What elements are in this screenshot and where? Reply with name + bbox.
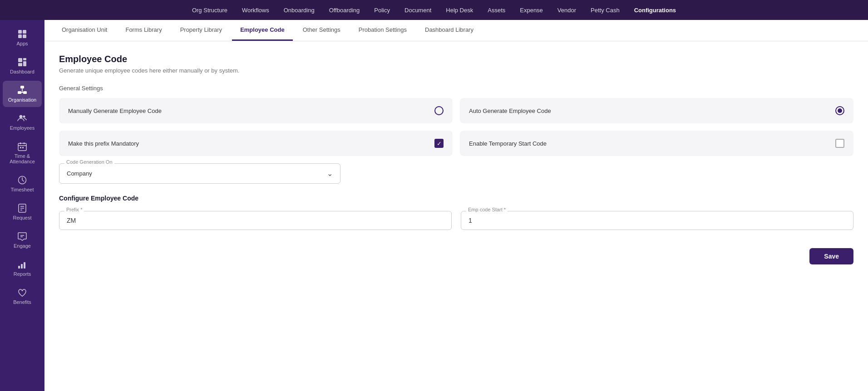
sidebar-item-request[interactable]: Request [3,199,42,225]
make-prefix-checkbox[interactable] [434,139,444,148]
code-generation-select[interactable]: Company ⌄ [59,163,340,184]
make-prefix-card[interactable]: Make this prefix Mandatory [59,131,453,156]
time-attendance-icon [17,142,27,152]
top-nav-org-structure[interactable]: Org Structure [192,5,227,15]
sidebar-dashboard-label: Dashboard [10,69,35,74]
configure-section-label: Configure Employee Code [59,195,853,202]
top-nav-policy[interactable]: Policy [374,5,390,15]
prefix-label: Prefix * [64,207,84,212]
top-nav-vendor[interactable]: Vendor [557,5,576,15]
page-subtitle: Generate unique employee codes here eith… [59,67,853,74]
manually-generate-card[interactable]: Manually Generate Employee Code [59,98,453,123]
svg-rect-32 [24,262,25,269]
svg-rect-6 [23,61,26,66]
manually-generate-label: Manually Generate Employee Code [68,108,162,114]
content-area: Organisation Unit Forms Library Property… [44,20,868,391]
sidebar-apps-label: Apps [16,41,28,46]
sidebar-item-apps[interactable]: Apps [3,24,42,51]
svg-point-13 [20,115,23,118]
prefix-input[interactable] [59,211,452,230]
auto-generate-radio[interactable] [835,106,844,115]
top-nav-configurations[interactable]: Configurations [634,5,676,15]
dashboard-icon [17,57,27,67]
top-nav-onboarding[interactable]: Onboarding [284,5,315,15]
svg-rect-7 [18,63,22,66]
svg-rect-15 [18,143,26,151]
general-settings-label: General Settings [59,85,853,92]
top-nav-petty-cash[interactable]: Petty Cash [591,5,620,15]
make-prefix-label: Make this prefix Mandatory [68,140,139,147]
sidebar-request-label: Request [13,215,32,220]
sidebar-engage-label: Engage [14,243,31,249]
sidebar-employees-label: Employees [10,125,35,131]
option-row-generate: Manually Generate Employee Code Auto Gen… [59,98,853,123]
enable-temp-label: Enable Temporary Start Code [469,140,547,147]
option-row-settings: Make this prefix Mandatory Enable Tempor… [59,131,853,156]
top-nav-helpdesk[interactable]: Help Desk [446,5,473,15]
tab-employee-code[interactable]: Employee Code [232,20,293,41]
page-title: Employee Code [59,54,853,64]
sidebar-item-benefits[interactable]: Benefits [3,283,42,309]
svg-rect-4 [18,58,22,62]
sidebar-item-reports[interactable]: Reports [3,255,42,281]
sidebar-item-time-attendance[interactable]: Time & Attendance [3,137,42,169]
top-nav-expense[interactable]: Expense [520,5,543,15]
sidebar-item-organisation[interactable]: Organisation [3,81,42,107]
tab-organisation-unit[interactable]: Organisation Unit [54,20,115,41]
svg-rect-0 [18,30,22,34]
sidebar-time-label: Time & Attendance [5,153,39,164]
organisation-icon [17,85,27,95]
svg-point-14 [23,116,25,118]
page-content: Employee Code Generate unique employee c… [44,41,868,391]
top-nav-document[interactable]: Document [404,5,431,15]
save-btn-row: Save [59,248,853,264]
tab-other-settings[interactable]: Other Settings [295,20,349,41]
apps-icon [17,29,27,39]
code-generation-value: Company [67,170,92,177]
svg-rect-8 [20,86,24,88]
svg-line-23 [22,180,24,181]
sidebar-item-employees[interactable]: Employees [3,109,42,135]
tab-property-library[interactable]: Property Library [172,20,230,41]
sidebar-item-dashboard[interactable]: Dashboard [3,53,42,79]
sidebar: Apps Dashboard [0,20,44,391]
engage-icon [17,231,27,241]
svg-rect-31 [21,264,23,269]
chevron-down-icon: ⌄ [327,169,333,178]
svg-rect-20 [22,147,24,148]
prefix-field-wrapper: Prefix * [59,211,452,230]
auto-generate-label: Auto Generate Employee Code [469,108,551,114]
enable-temp-checkbox[interactable] [835,139,844,148]
employees-icon [17,113,27,123]
fields-row: Prefix * Emp code Start * [59,211,853,230]
sidebar-item-timesheet[interactable]: Timesheet [3,171,42,197]
timesheet-icon [17,175,27,185]
request-icon [17,203,27,213]
svg-rect-19 [20,147,21,148]
reports-icon [17,259,27,269]
enable-temp-card[interactable]: Enable Temporary Start Code [460,131,853,156]
top-nav-assets[interactable]: Assets [488,5,505,15]
sidebar-item-engage[interactable]: Engage [3,227,42,253]
top-nav-workflows[interactable]: Workflows [242,5,269,15]
tab-dashboard-library[interactable]: Dashboard Library [417,20,482,41]
code-generation-label: Code Generation On [64,159,114,165]
save-button[interactable]: Save [809,248,853,264]
code-generation-dropdown-wrapper: Code Generation On Company ⌄ [59,163,853,184]
sidebar-timesheet-label: Timesheet [11,187,34,192]
tab-forms-library[interactable]: Forms Library [117,20,170,41]
tab-bar: Organisation Unit Forms Library Property… [44,20,868,41]
auto-generate-card[interactable]: Auto Generate Employee Code [460,98,853,123]
sidebar-reports-label: Reports [14,271,31,277]
sidebar-organisation-label: Organisation [8,97,36,103]
emp-code-start-input[interactable] [461,211,853,230]
top-nav-offboarding[interactable]: Offboarding [329,5,360,15]
manually-generate-radio[interactable] [434,106,444,115]
svg-rect-1 [23,30,26,34]
tab-probation-settings[interactable]: Probation Settings [350,20,415,41]
svg-rect-2 [18,34,22,38]
emp-code-start-label: Emp code Start * [466,207,508,212]
svg-rect-3 [23,34,26,38]
sidebar-benefits-label: Benefits [13,299,31,305]
benefits-icon [17,288,27,298]
